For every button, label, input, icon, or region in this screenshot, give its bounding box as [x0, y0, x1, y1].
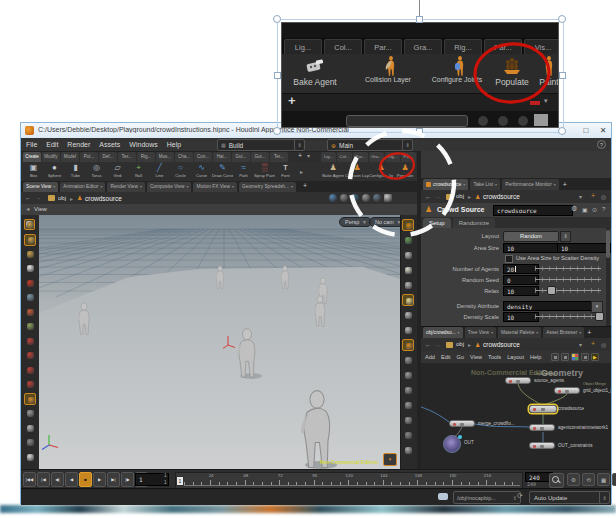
viewport-tool-icon[interactable]	[384, 194, 392, 202]
scene-viewport[interactable]: Persp ▾ No cam ▾ Non-Commercial Edition …	[39, 215, 400, 469]
path-root[interactable]: obj	[456, 341, 464, 347]
transport-button-3[interactable]: ◀	[65, 472, 78, 487]
netmenu-icon[interactable]	[581, 353, 589, 361]
callout-shelf-tab-Gra[interactable]: Gra...	[404, 39, 442, 54]
callout-shelf-tab-Col[interactable]: Col...	[324, 39, 362, 54]
current-node-selector[interactable]: /obj/mocapbip... ⇕	[453, 491, 521, 504]
shelf-tool-font[interactable]: TFont	[275, 162, 296, 181]
left-toolbar-icon[interactable]	[24, 234, 36, 246]
left-toolbar-icon[interactable]	[24, 248, 36, 260]
shelf-tool-bake-agent[interactable]: ♟Bake Agent	[321, 162, 345, 181]
shelf-tab-Gui[interactable]: Gui...	[232, 152, 250, 162]
pin-icon[interactable]: +	[591, 340, 595, 347]
netmenu-help[interactable]: Help	[530, 354, 542, 360]
transport-button-4[interactable]: ■	[79, 472, 92, 487]
selection-handle[interactable]	[273, 127, 281, 135]
netmenu-go[interactable]: Go	[457, 354, 464, 360]
shelf-tool-curve[interactable]: ∿Curve	[191, 162, 212, 181]
pane-tab-asset-browser[interactable]: Asset Browser▾	[543, 327, 584, 338]
link-icon[interactable]: ◎	[601, 341, 606, 348]
pane-tab-render-view[interactable]: Render View▾	[107, 182, 144, 192]
netmenu-view[interactable]: View	[470, 354, 482, 360]
netmenu-icon[interactable]: ▶	[591, 353, 599, 361]
view-camera-pill[interactable]: No cam ▾	[369, 217, 400, 227]
transport-button-1[interactable]: |◀	[37, 472, 50, 487]
pane-tab-motion-fx-view[interactable]: Motion FX View▾	[193, 182, 237, 192]
help-icon[interactable]: ?	[597, 140, 606, 149]
refresh-icon[interactable]: ⟳	[517, 492, 523, 500]
left-toolbar-icon[interactable]	[24, 350, 36, 362]
auto-update-spin[interactable]: ⇕	[599, 491, 610, 504]
callout-shelf-menu-icon[interactable]: ▾	[544, 97, 548, 105]
callout-tool-bake-agent[interactable]: Bake Agent	[282, 54, 348, 93]
selection-handle[interactable]	[558, 127, 566, 135]
network-node-crowdsource[interactable]	[529, 405, 557, 413]
pane-tab-obj-crowdso-[interactable]: obj/crowdso...▾	[423, 327, 463, 338]
callout-tool-paint[interactable]: Paint	[538, 54, 559, 93]
menu-assets[interactable]: Assets	[99, 141, 120, 148]
right-toolbar-icon[interactable]	[402, 384, 414, 396]
relax-slider-handle[interactable]	[547, 286, 556, 295]
right-toolbar-icon[interactable]	[402, 264, 414, 276]
maximize-button[interactable]: □	[579, 125, 593, 136]
zoom-timeline-button[interactable]	[549, 473, 564, 488]
random-seed-slider[interactable]	[535, 277, 601, 282]
shelf-tab-Create[interactable]: Create	[23, 152, 41, 162]
callout-tool-collision-layer[interactable]: Collision Layer	[348, 54, 428, 93]
shelf-tool-torus[interactable]: ◎Torus	[86, 162, 107, 181]
left-toolbar-icon[interactable]	[24, 263, 36, 275]
left-toolbar-icon[interactable]	[24, 437, 36, 449]
right-toolbar-icon[interactable]	[402, 399, 414, 411]
viewport-tool-icon[interactable]	[351, 194, 359, 202]
num-agents-slider[interactable]	[535, 266, 601, 271]
main-spin[interactable]: ⇕	[402, 139, 413, 151]
callout-shelf-tab-Lig[interactable]: Lig...	[284, 39, 322, 54]
playbar-option-2[interactable]: ▦	[597, 473, 610, 486]
density-scale-field[interactable]: 10	[503, 312, 539, 322]
path-root[interactable]: obj	[456, 193, 464, 199]
timeline-ruler[interactable]: 244872961201441681922161	[175, 472, 523, 489]
left-toolbar-icon[interactable]	[24, 393, 36, 405]
netmenu-tools[interactable]: Tools	[488, 354, 501, 360]
relax-slider[interactable]	[535, 288, 601, 293]
shelf-menu-icon[interactable]: ▾	[307, 152, 310, 159]
pane-tab-crowdsource[interactable]: crowdsource▾	[423, 179, 468, 190]
menu-help[interactable]: Help	[167, 141, 181, 148]
selection-handle[interactable]	[274, 72, 281, 79]
left-toolbar-icon[interactable]	[24, 408, 36, 420]
playbar-option-0[interactable]: ⚙	[567, 473, 580, 486]
shelf-tab-Lig[interactable]: Lig...	[321, 152, 336, 162]
right-toolbar-icon[interactable]	[402, 234, 414, 246]
shelf-tool-box[interactable]: ▣Box	[23, 162, 44, 181]
right-toolbar-icon[interactable]	[402, 249, 414, 261]
shelf-tab-Par[interactable]: Par...	[401, 152, 416, 162]
right-toolbar-icon[interactable]	[402, 354, 414, 366]
right-toolbar-icon[interactable]	[402, 279, 414, 291]
param-tab-randomize[interactable]: Randomize	[453, 218, 495, 228]
param-tab-setup[interactable]: Setup	[423, 218, 451, 228]
right-toolbar-icon[interactable]	[402, 444, 414, 456]
scatter-density-checkbox[interactable]	[505, 255, 513, 263]
left-toolbar-icon[interactable]	[24, 277, 36, 289]
shelf-tool-tube[interactable]: ▮Tube	[65, 162, 86, 181]
gear-icon[interactable]: ⚙	[571, 205, 577, 213]
netmenu-icon[interactable]	[551, 353, 559, 361]
shelf-tool-null[interactable]: +Null	[128, 162, 149, 181]
left-toolbar-icon[interactable]	[24, 422, 36, 434]
auto-update-selector[interactable]: Auto Update	[529, 491, 607, 504]
pane-tab-take-list[interactable]: Take List▾	[470, 179, 500, 190]
shelf-tool-spray-paint[interactable]: ▒Spray Paint	[254, 162, 275, 181]
shelf-add-button[interactable]: +	[298, 152, 302, 159]
shelf-tool-circle[interactable]: ○Circle	[170, 162, 191, 181]
presets-icon[interactable]: ▣	[582, 206, 588, 213]
right-toolbar-icon[interactable]	[402, 219, 414, 231]
shelf-tab-Con[interactable]: Con...	[194, 152, 212, 162]
num-agents-field[interactable]: 20	[503, 264, 539, 274]
left-toolbar-icon[interactable]	[24, 364, 36, 376]
path-node[interactable]: crowdsource	[483, 193, 520, 200]
close-button[interactable]: ✕	[596, 125, 610, 136]
menu-windows[interactable]: Windows	[129, 141, 157, 148]
shelf-overflow-icon[interactable]: ▸	[300, 168, 303, 175]
playhead[interactable]: 1	[176, 476, 184, 486]
pane-add-button[interactable]: +	[587, 329, 591, 336]
